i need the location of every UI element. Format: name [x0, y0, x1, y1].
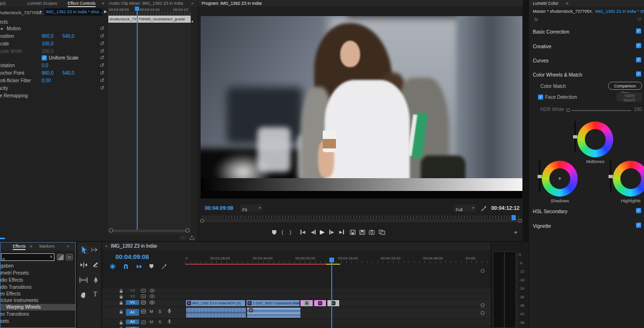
- a1-solo-button[interactable]: S: [159, 309, 161, 314]
- scroll-handle-left-icon[interactable]: [109, 228, 113, 233]
- list-item-lumetri-presets[interactable]: Lumetri Presets: [0, 270, 29, 276]
- face-detection-checkbox[interactable]: ✓: [538, 95, 543, 100]
- step-forward-icon[interactable]: ▶: [329, 230, 334, 234]
- creative-checkbox[interactable]: ✓: [636, 43, 641, 48]
- position-x-value[interactable]: 960,0: [42, 34, 53, 39]
- target-clip-dropdown[interactable]: IMG_1392 Z3 in India * shut...: [44, 9, 102, 16]
- tab-program[interactable]: Program: IMG_1392 Z3 in India: [202, 1, 261, 6]
- ripple-edit-icon[interactable]: [80, 262, 88, 268]
- section-creative[interactable]: Creative: [533, 43, 551, 49]
- anchor-y-value[interactable]: 540,0: [62, 70, 74, 76]
- extract-icon[interactable]: [359, 230, 365, 235]
- color-wheels-checkbox[interactable]: ✓: [636, 71, 641, 77]
- add-marker-icon[interactable]: [272, 230, 277, 235]
- tab-effect-controls[interactable]: Effect Controls: [68, 1, 96, 7]
- a1-lock-icon[interactable]: [119, 310, 123, 314]
- razor-tool-icon[interactable]: [92, 262, 99, 268]
- scrubber-right-handle-icon[interactable]: [518, 219, 522, 223]
- slip-tool-icon[interactable]: [79, 277, 88, 283]
- search-clear-icon[interactable]: ×: [50, 254, 53, 259]
- pen-tool-icon[interactable]: [93, 276, 99, 284]
- rotation-reset-icon[interactable]: ↺: [100, 62, 104, 69]
- v3-eye-icon[interactable]: [150, 289, 155, 293]
- playback-resolution-dropdown[interactable]: Full ▾: [453, 205, 476, 212]
- antiflicker-value[interactable]: 0,00: [42, 78, 51, 83]
- timeline-scroll-handle-3[interactable]: [481, 311, 485, 315]
- highlights-slider[interactable]: [610, 161, 611, 192]
- antiflicker-reset-icon[interactable]: ↺: [100, 78, 104, 84]
- v1-sync-lock-icon[interactable]: [141, 301, 146, 304]
- list-item-video-effects[interactable]: Video Effects: [0, 291, 21, 296]
- section-vignette[interactable]: Vignette: [533, 223, 551, 229]
- v2-lock-icon[interactable]: [119, 294, 123, 299]
- v2-sync-lock-icon[interactable]: [141, 294, 146, 298]
- export-icon[interactable]: [189, 235, 194, 240]
- tab-markers[interactable]: Markers: [39, 244, 55, 249]
- section-basic-correction[interactable]: Basic Correction: [533, 29, 569, 35]
- a1-track-label[interactable]: A1: [126, 309, 139, 316]
- midtones-wheel-center[interactable]: [585, 129, 606, 150]
- list-item-video-transitions[interactable]: Video Transitions: [0, 311, 29, 317]
- v1-clip-pink-2[interactable]: fx: [314, 300, 326, 306]
- time-remapping-label[interactable]: Time Remapping: [0, 93, 28, 98]
- midtones-slider-handle[interactable]: [573, 135, 577, 138]
- program-menu-icon[interactable]: ≡: [260, 1, 262, 6]
- play-around-icon[interactable]: ▶⃒: [180, 235, 186, 240]
- mini-timeline-scrollbar[interactable]: [110, 230, 188, 232]
- effect-controls-mini-timeline[interactable]: 00:04:08:00 00:04:10:00 00:04:12: shutte…: [108, 7, 191, 234]
- tab-lumetri-scopes[interactable]: Lumetri Scopes: [27, 1, 57, 6]
- anchor-x-value[interactable]: 960,0: [42, 70, 53, 76]
- scroll-handle-right-icon[interactable]: [185, 228, 190, 233]
- v3-track-label[interactable]: V3: [126, 288, 139, 293]
- lumetri-menu-icon[interactable]: ≡: [566, 1, 568, 6]
- v2-track-label[interactable]: V2: [126, 294, 139, 299]
- collapse-arrow-icon[interactable]: ▲: [191, 19, 194, 23]
- nest-toggle-icon[interactable]: [110, 264, 115, 269]
- hdr-white-slider-track[interactable]: [572, 110, 631, 111]
- position-y-value[interactable]: 540,0: [62, 34, 74, 39]
- midtones-wheel[interactable]: [577, 121, 613, 157]
- tab-audio-clip-mixer[interactable]: Audio Clip Mixer: IMG_1392 Z3 in India: [109, 1, 183, 6]
- a2-mute-button[interactable]: M: [150, 319, 153, 324]
- opacity-reset-icon[interactable]: ↺: [100, 85, 104, 91]
- a1-audio-clip-1[interactable]: [186, 308, 246, 318]
- list-item-audio-effects[interactable]: Audio Effects: [0, 277, 23, 283]
- scale-width-reset-icon[interactable]: ↺: [100, 48, 104, 54]
- snap-magnet-icon[interactable]: [123, 264, 129, 269]
- uniform-scale-checkbox[interactable]: ✓: [42, 55, 47, 60]
- 32bit-filter-icon[interactable]: 32: [66, 254, 73, 260]
- v1-clip-gray[interactable]: fx: [327, 300, 340, 306]
- shadows-slider-handle[interactable]: [538, 175, 542, 178]
- timeline-scroll-handle-2[interactable]: [481, 303, 485, 307]
- a2-voiceover-mic-icon[interactable]: [168, 319, 171, 324]
- list-item-audio-transitions[interactable]: Audio Transitions: [0, 285, 32, 290]
- lumetri-chevron-icon[interactable]: ▾: [590, 9, 591, 13]
- list-item-picture-instruments[interactable]: Picture Instruments: [0, 298, 38, 303]
- v1-clip-img1392[interactable]: fxIMG_1392 Z3 in India.MOV [V]: [186, 300, 246, 306]
- apply-match-button[interactable]: Apply Match: [617, 93, 642, 102]
- ec-bottom-scroll-fragment[interactable]: [0, 238, 5, 239]
- anchor-reset-icon[interactable]: ↺: [100, 70, 104, 76]
- timeline-settings-wrench-icon[interactable]: [161, 264, 167, 269]
- a1-mute-button[interactable]: M: [150, 309, 153, 314]
- position-reset-icon[interactable]: ↺: [100, 33, 104, 39]
- motion-label[interactable]: Motion: [7, 26, 21, 31]
- comparison-view-button[interactable]: Comparison View: [608, 82, 642, 90]
- effects-search-input[interactable]: n ×: [1, 253, 54, 261]
- timeline-timecode[interactable]: 00:04:09:08: [115, 253, 149, 260]
- hdr-white-slider-handle[interactable]: [566, 108, 570, 112]
- tab-clips[interactable]: (Clips): [0, 1, 6, 6]
- fit-dropdown[interactable]: Fit ▾: [240, 205, 263, 212]
- v1-track-label[interactable]: V1: [126, 300, 139, 305]
- vignette-checkbox[interactable]: ✓: [636, 223, 641, 228]
- effects-menu-icon[interactable]: ≡: [30, 244, 32, 249]
- mark-out-icon[interactable]: }: [290, 229, 291, 235]
- uniform-scale-reset-icon[interactable]: ↺: [100, 55, 104, 61]
- shadows-wheel-center[interactable]: +: [549, 168, 570, 189]
- timeline-marker-icon[interactable]: [149, 264, 154, 269]
- highlights-wheel[interactable]: [613, 161, 644, 197]
- show-clip-arrow-icon[interactable]: ▶: [104, 9, 107, 14]
- play-button[interactable]: ▶: [320, 228, 325, 235]
- highlights-wheel-center[interactable]: [620, 168, 641, 189]
- a1-audio-clip-2[interactable]: ▦: [247, 308, 300, 318]
